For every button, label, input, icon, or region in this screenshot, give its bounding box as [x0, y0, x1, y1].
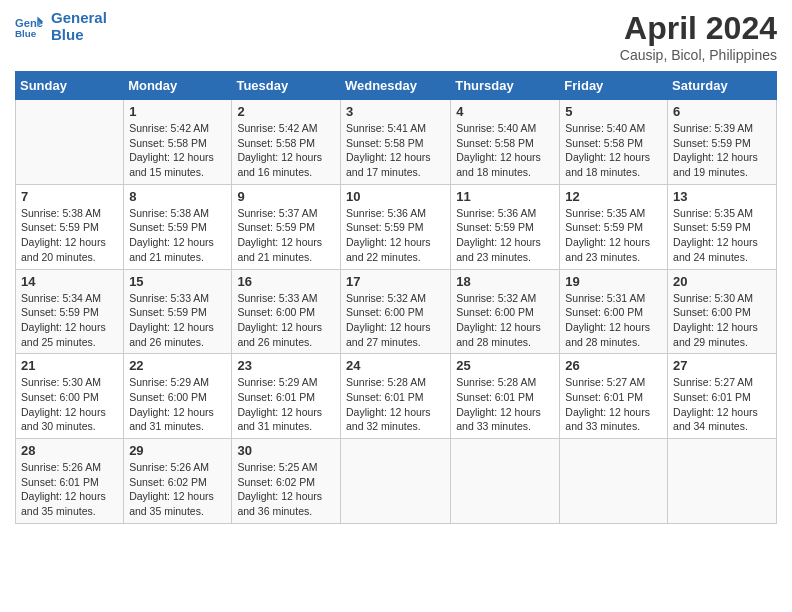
- day-number: 29: [129, 443, 226, 458]
- day-info: Sunrise: 5:28 AM Sunset: 6:01 PM Dayligh…: [456, 375, 554, 434]
- calendar-cell: 22Sunrise: 5:29 AM Sunset: 6:00 PM Dayli…: [124, 354, 232, 439]
- day-number: 2: [237, 104, 335, 119]
- day-info: Sunrise: 5:37 AM Sunset: 5:59 PM Dayligh…: [237, 206, 335, 265]
- day-info: Sunrise: 5:42 AM Sunset: 5:58 PM Dayligh…: [237, 121, 335, 180]
- calendar-cell: 28Sunrise: 5:26 AM Sunset: 6:01 PM Dayli…: [16, 439, 124, 524]
- day-info: Sunrise: 5:38 AM Sunset: 5:59 PM Dayligh…: [21, 206, 118, 265]
- day-number: 12: [565, 189, 662, 204]
- day-info: Sunrise: 5:30 AM Sunset: 6:00 PM Dayligh…: [673, 291, 771, 350]
- day-info: Sunrise: 5:25 AM Sunset: 6:02 PM Dayligh…: [237, 460, 335, 519]
- calendar-cell: [451, 439, 560, 524]
- day-info: Sunrise: 5:35 AM Sunset: 5:59 PM Dayligh…: [673, 206, 771, 265]
- day-info: Sunrise: 5:33 AM Sunset: 5:59 PM Dayligh…: [129, 291, 226, 350]
- day-number: 25: [456, 358, 554, 373]
- day-info: Sunrise: 5:34 AM Sunset: 5:59 PM Dayligh…: [21, 291, 118, 350]
- day-info: Sunrise: 5:29 AM Sunset: 6:00 PM Dayligh…: [129, 375, 226, 434]
- day-number: 21: [21, 358, 118, 373]
- day-number: 11: [456, 189, 554, 204]
- day-info: Sunrise: 5:35 AM Sunset: 5:59 PM Dayligh…: [565, 206, 662, 265]
- day-info: Sunrise: 5:33 AM Sunset: 6:00 PM Dayligh…: [237, 291, 335, 350]
- day-number: 28: [21, 443, 118, 458]
- day-number: 9: [237, 189, 335, 204]
- day-number: 16: [237, 274, 335, 289]
- day-info: Sunrise: 5:28 AM Sunset: 6:01 PM Dayligh…: [346, 375, 445, 434]
- weekday-header-thursday: Thursday: [451, 72, 560, 100]
- calendar-table: SundayMondayTuesdayWednesdayThursdayFrid…: [15, 71, 777, 524]
- day-info: Sunrise: 5:32 AM Sunset: 6:00 PM Dayligh…: [456, 291, 554, 350]
- day-number: 18: [456, 274, 554, 289]
- day-info: Sunrise: 5:31 AM Sunset: 6:00 PM Dayligh…: [565, 291, 662, 350]
- logo: General Blue GeneralBlue: [15, 10, 107, 43]
- week-row-2: 7Sunrise: 5:38 AM Sunset: 5:59 PM Daylig…: [16, 184, 777, 269]
- day-info: Sunrise: 5:42 AM Sunset: 5:58 PM Dayligh…: [129, 121, 226, 180]
- calendar-cell: [16, 100, 124, 185]
- day-number: 5: [565, 104, 662, 119]
- logo-icon: General Blue: [15, 13, 43, 41]
- calendar-cell: 9Sunrise: 5:37 AM Sunset: 5:59 PM Daylig…: [232, 184, 341, 269]
- day-number: 10: [346, 189, 445, 204]
- calendar-cell: 7Sunrise: 5:38 AM Sunset: 5:59 PM Daylig…: [16, 184, 124, 269]
- day-info: Sunrise: 5:38 AM Sunset: 5:59 PM Dayligh…: [129, 206, 226, 265]
- logo-text: GeneralBlue: [51, 10, 107, 43]
- calendar-cell: [560, 439, 668, 524]
- calendar-cell: 18Sunrise: 5:32 AM Sunset: 6:00 PM Dayli…: [451, 269, 560, 354]
- calendar-cell: 4Sunrise: 5:40 AM Sunset: 5:58 PM Daylig…: [451, 100, 560, 185]
- day-number: 6: [673, 104, 771, 119]
- day-info: Sunrise: 5:26 AM Sunset: 6:02 PM Dayligh…: [129, 460, 226, 519]
- calendar-cell: 17Sunrise: 5:32 AM Sunset: 6:00 PM Dayli…: [340, 269, 450, 354]
- calendar-cell: 15Sunrise: 5:33 AM Sunset: 5:59 PM Dayli…: [124, 269, 232, 354]
- day-info: Sunrise: 5:27 AM Sunset: 6:01 PM Dayligh…: [673, 375, 771, 434]
- calendar-cell: 6Sunrise: 5:39 AM Sunset: 5:59 PM Daylig…: [668, 100, 777, 185]
- day-info: Sunrise: 5:36 AM Sunset: 5:59 PM Dayligh…: [456, 206, 554, 265]
- day-number: 15: [129, 274, 226, 289]
- calendar-cell: 21Sunrise: 5:30 AM Sunset: 6:00 PM Dayli…: [16, 354, 124, 439]
- calendar-cell: 11Sunrise: 5:36 AM Sunset: 5:59 PM Dayli…: [451, 184, 560, 269]
- day-info: Sunrise: 5:40 AM Sunset: 5:58 PM Dayligh…: [456, 121, 554, 180]
- month-title: April 2024: [620, 10, 777, 47]
- calendar-cell: 23Sunrise: 5:29 AM Sunset: 6:01 PM Dayli…: [232, 354, 341, 439]
- location-subtitle: Causip, Bicol, Philippines: [620, 47, 777, 63]
- day-number: 4: [456, 104, 554, 119]
- day-number: 19: [565, 274, 662, 289]
- calendar-cell: 2Sunrise: 5:42 AM Sunset: 5:58 PM Daylig…: [232, 100, 341, 185]
- day-number: 13: [673, 189, 771, 204]
- weekday-header-wednesday: Wednesday: [340, 72, 450, 100]
- day-number: 27: [673, 358, 771, 373]
- day-number: 8: [129, 189, 226, 204]
- calendar-cell: [668, 439, 777, 524]
- weekday-header-sunday: Sunday: [16, 72, 124, 100]
- day-info: Sunrise: 5:32 AM Sunset: 6:00 PM Dayligh…: [346, 291, 445, 350]
- day-info: Sunrise: 5:36 AM Sunset: 5:59 PM Dayligh…: [346, 206, 445, 265]
- day-info: Sunrise: 5:30 AM Sunset: 6:00 PM Dayligh…: [21, 375, 118, 434]
- day-number: 7: [21, 189, 118, 204]
- calendar-cell: 30Sunrise: 5:25 AM Sunset: 6:02 PM Dayli…: [232, 439, 341, 524]
- calendar-cell: 26Sunrise: 5:27 AM Sunset: 6:01 PM Dayli…: [560, 354, 668, 439]
- week-row-3: 14Sunrise: 5:34 AM Sunset: 5:59 PM Dayli…: [16, 269, 777, 354]
- day-number: 26: [565, 358, 662, 373]
- calendar-cell: 1Sunrise: 5:42 AM Sunset: 5:58 PM Daylig…: [124, 100, 232, 185]
- calendar-cell: 29Sunrise: 5:26 AM Sunset: 6:02 PM Dayli…: [124, 439, 232, 524]
- day-number: 30: [237, 443, 335, 458]
- calendar-cell: 16Sunrise: 5:33 AM Sunset: 6:00 PM Dayli…: [232, 269, 341, 354]
- day-info: Sunrise: 5:39 AM Sunset: 5:59 PM Dayligh…: [673, 121, 771, 180]
- weekday-header-friday: Friday: [560, 72, 668, 100]
- day-info: Sunrise: 5:27 AM Sunset: 6:01 PM Dayligh…: [565, 375, 662, 434]
- day-info: Sunrise: 5:41 AM Sunset: 5:58 PM Dayligh…: [346, 121, 445, 180]
- weekday-header-monday: Monday: [124, 72, 232, 100]
- calendar-cell: 27Sunrise: 5:27 AM Sunset: 6:01 PM Dayli…: [668, 354, 777, 439]
- calendar-cell: 8Sunrise: 5:38 AM Sunset: 5:59 PM Daylig…: [124, 184, 232, 269]
- week-row-5: 28Sunrise: 5:26 AM Sunset: 6:01 PM Dayli…: [16, 439, 777, 524]
- day-info: Sunrise: 5:26 AM Sunset: 6:01 PM Dayligh…: [21, 460, 118, 519]
- calendar-cell: 3Sunrise: 5:41 AM Sunset: 5:58 PM Daylig…: [340, 100, 450, 185]
- calendar-cell: [340, 439, 450, 524]
- day-number: 20: [673, 274, 771, 289]
- day-number: 3: [346, 104, 445, 119]
- calendar-cell: 12Sunrise: 5:35 AM Sunset: 5:59 PM Dayli…: [560, 184, 668, 269]
- calendar-cell: 24Sunrise: 5:28 AM Sunset: 6:01 PM Dayli…: [340, 354, 450, 439]
- calendar-cell: 13Sunrise: 5:35 AM Sunset: 5:59 PM Dayli…: [668, 184, 777, 269]
- calendar-cell: 25Sunrise: 5:28 AM Sunset: 6:01 PM Dayli…: [451, 354, 560, 439]
- calendar-cell: 19Sunrise: 5:31 AM Sunset: 6:00 PM Dayli…: [560, 269, 668, 354]
- calendar-cell: 14Sunrise: 5:34 AM Sunset: 5:59 PM Dayli…: [16, 269, 124, 354]
- calendar-cell: 5Sunrise: 5:40 AM Sunset: 5:58 PM Daylig…: [560, 100, 668, 185]
- day-number: 1: [129, 104, 226, 119]
